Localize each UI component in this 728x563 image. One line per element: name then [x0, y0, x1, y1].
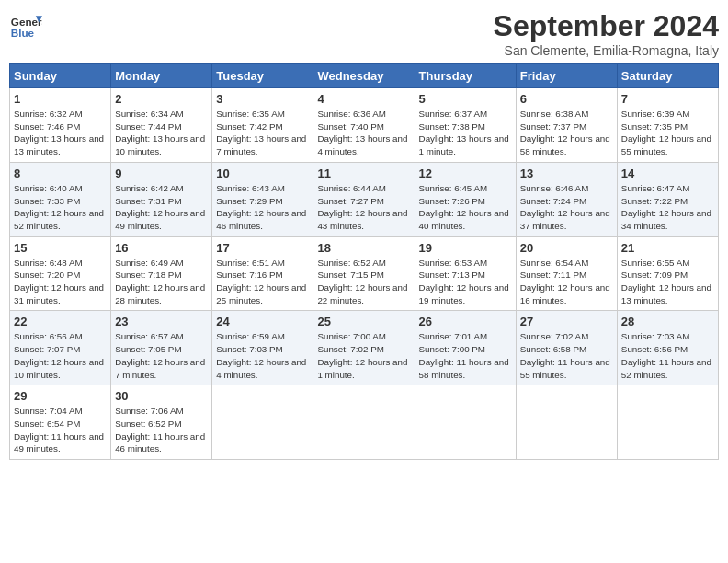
header-cell-wednesday: Wednesday [313, 64, 415, 88]
calendar-cell [516, 385, 617, 460]
day-number: 7 [621, 92, 714, 106]
day-info: Sunrise: 6:45 AMSunset: 7:26 PMDaylight:… [419, 182, 512, 233]
day-number: 22 [14, 315, 107, 328]
calendar-cell: 27Sunrise: 7:02 AMSunset: 6:58 PMDayligh… [516, 311, 617, 385]
day-number: 5 [419, 92, 512, 106]
title-block: September 2024 San Clemente, Emilia-Roma… [494, 9, 719, 58]
day-info: Sunrise: 6:59 AMSunset: 7:03 PMDaylight:… [216, 330, 309, 381]
calendar-cell: 2Sunrise: 6:34 AMSunset: 7:44 PMDaylight… [111, 88, 212, 163]
calendar-cell: 19Sunrise: 6:53 AMSunset: 7:13 PMDayligh… [415, 236, 516, 311]
header-cell-tuesday: Tuesday [212, 64, 313, 88]
calendar-cell: 23Sunrise: 6:57 AMSunset: 7:05 PMDayligh… [111, 311, 212, 385]
logo-icon: General Blue [9, 9, 42, 42]
day-info: Sunrise: 6:43 AMSunset: 7:29 PMDaylight:… [216, 182, 309, 233]
calendar-cell [313, 385, 415, 460]
calendar-cell: 16Sunrise: 6:49 AMSunset: 7:18 PMDayligh… [111, 236, 212, 311]
day-info: Sunrise: 6:57 AMSunset: 7:05 PMDaylight:… [115, 330, 208, 381]
calendar-week-1: 1Sunrise: 6:32 AMSunset: 7:46 PMDaylight… [10, 88, 719, 163]
day-info: Sunrise: 6:46 AMSunset: 7:24 PMDaylight:… [520, 182, 613, 233]
day-number: 24 [216, 315, 309, 328]
day-info: Sunrise: 6:39 AMSunset: 7:35 PMDaylight:… [621, 108, 714, 158]
calendar-week-4: 22Sunrise: 6:56 AMSunset: 7:07 PMDayligh… [10, 311, 719, 385]
day-number: 30 [115, 389, 208, 403]
calendar-header: SundayMondayTuesdayWednesdayThursdayFrid… [10, 64, 719, 88]
header-cell-thursday: Thursday [415, 64, 516, 88]
day-number: 3 [216, 92, 309, 106]
header-cell-friday: Friday [516, 64, 617, 88]
day-info: Sunrise: 7:02 AMSunset: 6:58 PMDaylight:… [520, 330, 613, 381]
day-info: Sunrise: 7:00 AMSunset: 7:02 PMDaylight:… [317, 330, 410, 381]
calendar-body: 1Sunrise: 6:32 AMSunset: 7:46 PMDaylight… [10, 88, 719, 460]
day-info: Sunrise: 6:53 AMSunset: 7:13 PMDaylight:… [419, 257, 512, 307]
logo: General Blue [9, 9, 42, 42]
day-number: 21 [621, 241, 714, 255]
calendar-week-2: 8Sunrise: 6:40 AMSunset: 7:33 PMDaylight… [10, 162, 719, 236]
day-number: 16 [115, 241, 208, 255]
day-number: 13 [520, 167, 613, 180]
svg-text:Blue: Blue [11, 27, 35, 39]
calendar-cell [212, 385, 313, 460]
day-number: 15 [14, 241, 107, 255]
calendar-cell: 30Sunrise: 7:06 AMSunset: 6:52 PMDayligh… [111, 385, 212, 460]
calendar-cell: 20Sunrise: 6:54 AMSunset: 7:11 PMDayligh… [516, 236, 617, 311]
calendar-cell: 6Sunrise: 6:38 AMSunset: 7:37 PMDaylight… [516, 88, 617, 163]
calendar-cell: 5Sunrise: 6:37 AMSunset: 7:38 PMDaylight… [415, 88, 516, 163]
day-number: 27 [520, 315, 613, 328]
day-info: Sunrise: 7:01 AMSunset: 7:00 PMDaylight:… [419, 330, 512, 381]
header-row: SundayMondayTuesdayWednesdayThursdayFrid… [10, 64, 719, 88]
day-info: Sunrise: 6:37 AMSunset: 7:38 PMDaylight:… [419, 108, 512, 158]
day-info: Sunrise: 6:44 AMSunset: 7:27 PMDaylight:… [317, 182, 410, 233]
day-info: Sunrise: 6:49 AMSunset: 7:18 PMDaylight:… [115, 257, 208, 307]
day-number: 4 [317, 92, 410, 106]
day-info: Sunrise: 6:36 AMSunset: 7:40 PMDaylight:… [317, 108, 410, 158]
day-info: Sunrise: 6:51 AMSunset: 7:16 PMDaylight:… [216, 257, 309, 307]
calendar-cell [415, 385, 516, 460]
header-cell-sunday: Sunday [10, 64, 111, 88]
day-number: 10 [216, 167, 309, 180]
day-number: 6 [520, 92, 613, 106]
calendar-week-3: 15Sunrise: 6:48 AMSunset: 7:20 PMDayligh… [10, 236, 719, 311]
day-number: 12 [419, 167, 512, 180]
day-number: 28 [621, 315, 714, 328]
calendar-cell: 29Sunrise: 7:04 AMSunset: 6:54 PMDayligh… [10, 385, 111, 460]
day-info: Sunrise: 6:40 AMSunset: 7:33 PMDaylight:… [14, 182, 107, 233]
day-number: 17 [216, 241, 309, 255]
header-cell-monday: Monday [111, 64, 212, 88]
calendar-cell: 22Sunrise: 6:56 AMSunset: 7:07 PMDayligh… [10, 311, 111, 385]
day-info: Sunrise: 6:54 AMSunset: 7:11 PMDaylight:… [520, 257, 613, 307]
calendar-cell: 3Sunrise: 6:35 AMSunset: 7:42 PMDaylight… [212, 88, 313, 163]
day-number: 29 [14, 389, 107, 403]
calendar-cell: 10Sunrise: 6:43 AMSunset: 7:29 PMDayligh… [212, 162, 313, 236]
calendar-cell [617, 385, 718, 460]
day-number: 19 [419, 241, 512, 255]
day-number: 9 [115, 167, 208, 180]
day-info: Sunrise: 6:55 AMSunset: 7:09 PMDaylight:… [621, 257, 714, 307]
day-number: 8 [14, 167, 107, 180]
day-number: 25 [317, 315, 410, 328]
calendar-cell: 11Sunrise: 6:44 AMSunset: 7:27 PMDayligh… [313, 162, 415, 236]
day-info: Sunrise: 6:48 AMSunset: 7:20 PMDaylight:… [14, 257, 107, 307]
calendar-cell: 26Sunrise: 7:01 AMSunset: 7:00 PMDayligh… [415, 311, 516, 385]
day-info: Sunrise: 6:56 AMSunset: 7:07 PMDaylight:… [14, 330, 107, 381]
day-info: Sunrise: 6:42 AMSunset: 7:31 PMDaylight:… [115, 182, 208, 233]
calendar-cell: 12Sunrise: 6:45 AMSunset: 7:26 PMDayligh… [415, 162, 516, 236]
day-number: 20 [520, 241, 613, 255]
day-info: Sunrise: 6:52 AMSunset: 7:15 PMDaylight:… [317, 257, 410, 307]
day-number: 1 [14, 92, 107, 106]
calendar-cell: 21Sunrise: 6:55 AMSunset: 7:09 PMDayligh… [617, 236, 718, 311]
day-info: Sunrise: 6:47 AMSunset: 7:22 PMDaylight:… [621, 182, 714, 233]
day-number: 11 [317, 167, 410, 180]
day-number: 14 [621, 167, 714, 180]
header-cell-saturday: Saturday [617, 64, 718, 88]
day-info: Sunrise: 7:04 AMSunset: 6:54 PMDaylight:… [14, 405, 107, 455]
calendar-week-5: 29Sunrise: 7:04 AMSunset: 6:54 PMDayligh… [10, 385, 719, 460]
calendar-cell: 17Sunrise: 6:51 AMSunset: 7:16 PMDayligh… [212, 236, 313, 311]
calendar-cell: 4Sunrise: 6:36 AMSunset: 7:40 PMDaylight… [313, 88, 415, 163]
calendar-cell: 25Sunrise: 7:00 AMSunset: 7:02 PMDayligh… [313, 311, 415, 385]
page-header: General Blue September 2024 San Clemente… [9, 9, 719, 58]
calendar-cell: 18Sunrise: 6:52 AMSunset: 7:15 PMDayligh… [313, 236, 415, 311]
day-info: Sunrise: 6:38 AMSunset: 7:37 PMDaylight:… [520, 108, 613, 158]
calendar-cell: 28Sunrise: 7:03 AMSunset: 6:56 PMDayligh… [617, 311, 718, 385]
day-info: Sunrise: 6:34 AMSunset: 7:44 PMDaylight:… [115, 108, 208, 158]
calendar-cell: 14Sunrise: 6:47 AMSunset: 7:22 PMDayligh… [617, 162, 718, 236]
